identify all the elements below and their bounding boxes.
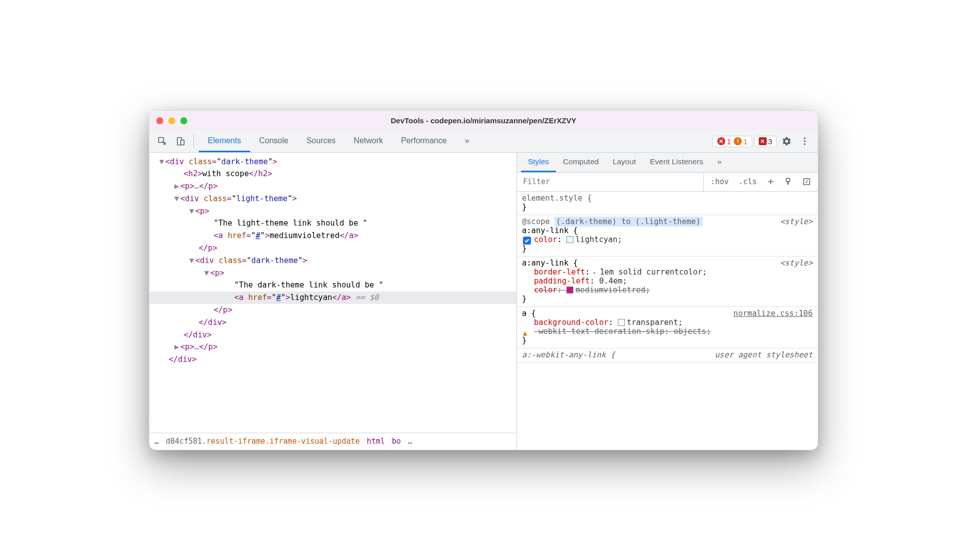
scope-highlight: (.dark-theme) to (.light-theme) [554, 217, 702, 227]
svg-rect-2 [181, 140, 184, 145]
error-count: ✕1 [717, 137, 731, 146]
breadcrumb-more[interactable]: … [408, 437, 413, 446]
dom-node-close[interactable]: </div> [149, 316, 516, 329]
new-style-rule-icon[interactable] [764, 175, 778, 189]
computed-toggle-icon[interactable] [800, 175, 814, 189]
breadcrumb-item[interactable]: d04cf581.result-iframe.iframe-visual-upd… [166, 437, 360, 446]
style-source[interactable]: <style> [780, 217, 813, 226]
maximize-window-icon[interactable] [180, 117, 187, 124]
warning-icon: ▲ [523, 329, 527, 337]
dom-node-close[interactable]: </p> [149, 242, 516, 255]
minimize-window-icon[interactable] [168, 117, 175, 124]
window-title: DevTools - codepen.io/miriamsuzanne/pen/… [149, 116, 818, 125]
dom-node-close[interactable]: </p> [149, 304, 516, 316]
style-property-overridden[interactable]: color: mediumvioletred; [522, 285, 813, 294]
subtab-styles[interactable]: Styles [521, 153, 556, 172]
traffic-lights [156, 117, 187, 124]
breadcrumb-item[interactable]: bo [392, 437, 401, 446]
style-source: user agent stylesheet [715, 350, 813, 359]
expand-arrow-icon[interactable]: ▼ [204, 267, 210, 280]
tab-console[interactable]: Console [250, 131, 298, 152]
style-rule-scope[interactable]: <style> @scope (.dark-theme) to (.light-… [517, 215, 818, 257]
tab-sources[interactable]: Sources [297, 131, 345, 152]
devtools-window: DevTools - codepen.io/miriamsuzanne/pen/… [149, 110, 818, 450]
subtab-layout[interactable]: Layout [606, 153, 643, 172]
style-rule[interactable]: <style> a:any-link { border-left: ▸ 1em … [517, 257, 818, 307]
toggle-class-button[interactable]: .cls [736, 175, 760, 188]
dom-node[interactable]: ▼<p> [149, 205, 516, 218]
tab-performance[interactable]: Performance [392, 131, 456, 152]
expand-arrow-icon[interactable]: ▶ [174, 341, 180, 353]
breadcrumb-item[interactable]: html [367, 437, 385, 446]
style-property-invalid[interactable]: ▲-webkit-text-decoration-skip: objects; [522, 327, 813, 336]
issues-count: ✕3 [759, 137, 772, 146]
dom-node[interactable]: <a href="#">mediumvioletred</a> [149, 230, 516, 242]
device-toggle-icon[interactable] [172, 133, 188, 149]
svg-rect-6 [786, 178, 790, 181]
body-split: ▼<div class="dark-theme"> <h2>with scope… [149, 153, 818, 450]
expand-arrow-icon[interactable]: ▼ [174, 193, 180, 205]
dom-node[interactable]: ▼<div class="light-theme"> [149, 193, 516, 205]
kebab-menu-icon[interactable] [797, 133, 813, 149]
dom-node[interactable]: ▶<p>…</p> [149, 341, 516, 353]
dom-text-node[interactable]: "The dark-theme link should be " [149, 279, 516, 291]
toggle-hover-button[interactable]: :hov [708, 175, 732, 188]
svg-point-5 [804, 143, 805, 145]
main-tabs: Elements Console Sources Network Perform… [199, 131, 478, 152]
dom-node-close[interactable]: </div> [149, 353, 516, 366]
dom-node[interactable]: ▼<div class="dark-theme"> [149, 156, 516, 168]
subtab-more[interactable]: » [710, 153, 729, 172]
tab-network[interactable]: Network [345, 131, 392, 152]
settings-icon[interactable] [779, 133, 795, 149]
style-rule[interactable]: normalize.css:106 a { background-color: … [517, 307, 818, 348]
expand-shorthand-icon[interactable]: ▸ [590, 270, 600, 276]
dom-node[interactable]: ▼<p> [149, 267, 516, 280]
issues-badge[interactable]: ✕3 [754, 136, 777, 147]
svg-point-3 [804, 138, 805, 139]
styles-filter-input[interactable] [517, 173, 704, 191]
expand-arrow-icon[interactable]: ▶ [174, 180, 180, 193]
tab-more[interactable]: » [456, 131, 478, 152]
dom-node[interactable]: ▼<div class="dark-theme"> [149, 255, 516, 267]
inspect-element-icon[interactable] [154, 133, 170, 149]
dom-text-node[interactable]: "The light-theme link should be " [149, 217, 516, 230]
style-property[interactable]: padding-left: 0.4em; [522, 277, 813, 285]
style-source[interactable]: <style> [780, 259, 813, 268]
expand-arrow-icon[interactable]: ▼ [159, 156, 165, 168]
warning-icon: ! [734, 137, 742, 145]
style-property[interactable]: color: lightcyan; [522, 235, 813, 244]
titlebar: DevTools - codepen.io/miriamsuzanne/pen/… [149, 111, 818, 131]
elements-pane: ▼<div class="dark-theme"> <h2>with scope… [149, 153, 517, 450]
styles-rules: element.style { } <style> @scope (.dark-… [517, 192, 818, 450]
style-rule-ua[interactable]: user agent stylesheet a:-webkit-any-link… [517, 348, 818, 363]
issues-icon: ✕ [759, 137, 767, 145]
styles-sidebar: Styles Computed Layout Event Listeners »… [517, 153, 818, 450]
tab-elements[interactable]: Elements [199, 131, 250, 152]
toolbar-separator [193, 134, 194, 148]
error-warning-badges[interactable]: ✕1 !1 [713, 136, 752, 147]
property-checkbox-checked-icon[interactable] [523, 237, 531, 245]
breadcrumb-bar: … d04cf581.result-iframe.iframe-visual-u… [149, 433, 516, 450]
expand-arrow-icon[interactable]: ▼ [189, 255, 195, 267]
breadcrumb-more[interactable]: … [154, 437, 159, 446]
sidebar-tabs: Styles Computed Layout Event Listeners » [517, 153, 818, 173]
paint-brush-icon[interactable] [782, 175, 796, 189]
dom-node-close[interactable]: </div> [149, 329, 516, 341]
close-window-icon[interactable] [156, 117, 163, 124]
expand-arrow-icon[interactable]: ▼ [189, 205, 195, 218]
subtab-computed[interactable]: Computed [556, 153, 606, 172]
main-toolbar: Elements Console Sources Network Perform… [149, 131, 818, 153]
styles-filter-row: :hov .cls [517, 173, 818, 192]
warning-count: !1 [734, 137, 747, 146]
error-icon: ✕ [717, 137, 725, 145]
style-property[interactable]: background-color: transparent; [522, 318, 813, 327]
subtab-eventlisteners[interactable]: Event Listeners [643, 153, 710, 172]
style-rule[interactable]: element.style { } [517, 192, 818, 215]
style-source-link[interactable]: normalize.css:106 [733, 309, 813, 318]
svg-point-4 [804, 140, 805, 142]
dom-node-selected[interactable]: <a href="#">lightcyan</a> == $0 [149, 291, 516, 304]
dom-node[interactable]: <h2>with scope</h2> [149, 168, 516, 180]
style-property[interactable]: border-left: ▸ 1em solid currentcolor; [522, 268, 813, 277]
dom-tree[interactable]: ▼<div class="dark-theme"> <h2>with scope… [149, 153, 516, 433]
dom-node[interactable]: ▶<p>…</p> [149, 180, 516, 193]
